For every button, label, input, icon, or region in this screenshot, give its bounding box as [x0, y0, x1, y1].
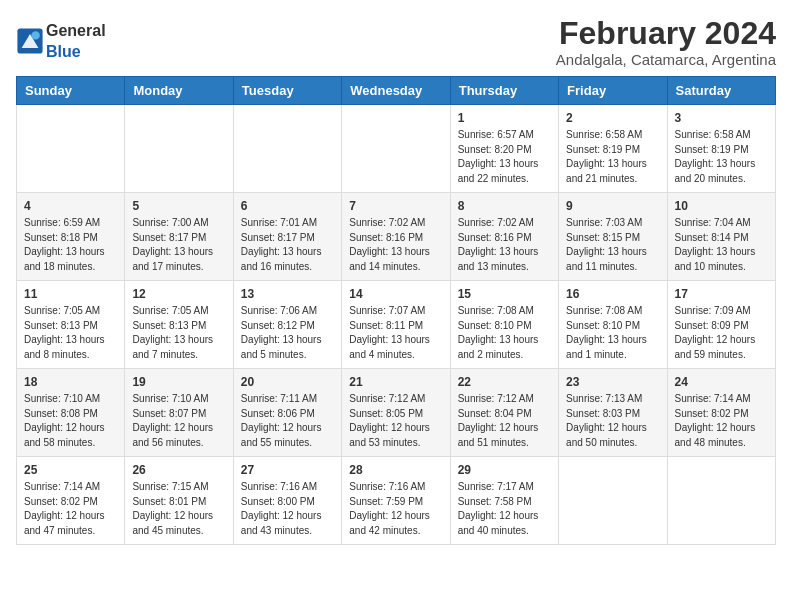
calendar-cell: 6Sunrise: 7:01 AMSunset: 8:17 PMDaylight…: [233, 193, 341, 281]
day-info: Sunrise: 6:58 AMSunset: 8:19 PMDaylight:…: [566, 128, 659, 186]
day-info: Sunrise: 7:06 AMSunset: 8:12 PMDaylight:…: [241, 304, 334, 362]
calendar-cell: 2Sunrise: 6:58 AMSunset: 8:19 PMDaylight…: [559, 105, 667, 193]
logo-blue-text: Blue: [46, 43, 81, 60]
calendar-cell: 22Sunrise: 7:12 AMSunset: 8:04 PMDayligh…: [450, 369, 558, 457]
calendar-cell: [342, 105, 450, 193]
day-number: 19: [132, 375, 225, 389]
day-info: Sunrise: 7:12 AMSunset: 8:05 PMDaylight:…: [349, 392, 442, 450]
day-number: 2: [566, 111, 659, 125]
calendar-cell: 4Sunrise: 6:59 AMSunset: 8:18 PMDaylight…: [17, 193, 125, 281]
day-number: 21: [349, 375, 442, 389]
day-number: 27: [241, 463, 334, 477]
day-info: Sunrise: 7:14 AMSunset: 8:02 PMDaylight:…: [24, 480, 117, 538]
svg-point-2: [31, 31, 39, 39]
title-block: February 2024 Andalgala, Catamarca, Arge…: [556, 16, 776, 68]
day-number: 23: [566, 375, 659, 389]
calendar-cell: 8Sunrise: 7:02 AMSunset: 8:16 PMDaylight…: [450, 193, 558, 281]
calendar-cell: [233, 105, 341, 193]
day-info: Sunrise: 7:10 AMSunset: 8:08 PMDaylight:…: [24, 392, 117, 450]
day-number: 29: [458, 463, 551, 477]
calendar-cell: [667, 457, 775, 545]
day-number: 22: [458, 375, 551, 389]
day-info: Sunrise: 7:16 AMSunset: 8:00 PMDaylight:…: [241, 480, 334, 538]
calendar-cell: 11Sunrise: 7:05 AMSunset: 8:13 PMDayligh…: [17, 281, 125, 369]
day-number: 13: [241, 287, 334, 301]
calendar-week-row: 1Sunrise: 6:57 AMSunset: 8:20 PMDaylight…: [17, 105, 776, 193]
calendar-cell: 1Sunrise: 6:57 AMSunset: 8:20 PMDaylight…: [450, 105, 558, 193]
calendar-cell: 23Sunrise: 7:13 AMSunset: 8:03 PMDayligh…: [559, 369, 667, 457]
calendar-week-row: 25Sunrise: 7:14 AMSunset: 8:02 PMDayligh…: [17, 457, 776, 545]
calendar-cell: 20Sunrise: 7:11 AMSunset: 8:06 PMDayligh…: [233, 369, 341, 457]
calendar-cell: 15Sunrise: 7:08 AMSunset: 8:10 PMDayligh…: [450, 281, 558, 369]
calendar-cell: 5Sunrise: 7:00 AMSunset: 8:17 PMDaylight…: [125, 193, 233, 281]
day-info: Sunrise: 7:15 AMSunset: 8:01 PMDaylight:…: [132, 480, 225, 538]
day-info: Sunrise: 7:00 AMSunset: 8:17 PMDaylight:…: [132, 216, 225, 274]
calendar-cell: 14Sunrise: 7:07 AMSunset: 8:11 PMDayligh…: [342, 281, 450, 369]
day-number: 20: [241, 375, 334, 389]
calendar-day-header: Monday: [125, 77, 233, 105]
day-number: 16: [566, 287, 659, 301]
calendar-week-row: 11Sunrise: 7:05 AMSunset: 8:13 PMDayligh…: [17, 281, 776, 369]
calendar-cell: 18Sunrise: 7:10 AMSunset: 8:08 PMDayligh…: [17, 369, 125, 457]
day-number: 26: [132, 463, 225, 477]
day-info: Sunrise: 7:03 AMSunset: 8:15 PMDaylight:…: [566, 216, 659, 274]
day-info: Sunrise: 7:05 AMSunset: 8:13 PMDaylight:…: [24, 304, 117, 362]
calendar-cell: 3Sunrise: 6:58 AMSunset: 8:19 PMDaylight…: [667, 105, 775, 193]
calendar-cell: 16Sunrise: 7:08 AMSunset: 8:10 PMDayligh…: [559, 281, 667, 369]
logo-icon: [16, 27, 44, 55]
calendar-header-row: SundayMondayTuesdayWednesdayThursdayFrid…: [17, 77, 776, 105]
calendar-day-header: Wednesday: [342, 77, 450, 105]
day-info: Sunrise: 7:12 AMSunset: 8:04 PMDaylight:…: [458, 392, 551, 450]
calendar-cell: 28Sunrise: 7:16 AMSunset: 7:59 PMDayligh…: [342, 457, 450, 545]
day-number: 25: [24, 463, 117, 477]
calendar-cell: 17Sunrise: 7:09 AMSunset: 8:09 PMDayligh…: [667, 281, 775, 369]
calendar-cell: [17, 105, 125, 193]
day-info: Sunrise: 7:16 AMSunset: 7:59 PMDaylight:…: [349, 480, 442, 538]
calendar-cell: 29Sunrise: 7:17 AMSunset: 7:58 PMDayligh…: [450, 457, 558, 545]
day-info: Sunrise: 7:05 AMSunset: 8:13 PMDaylight:…: [132, 304, 225, 362]
day-info: Sunrise: 7:10 AMSunset: 8:07 PMDaylight:…: [132, 392, 225, 450]
calendar-title: February 2024: [556, 16, 776, 51]
calendar-day-header: Friday: [559, 77, 667, 105]
day-info: Sunrise: 6:58 AMSunset: 8:19 PMDaylight:…: [675, 128, 768, 186]
day-number: 24: [675, 375, 768, 389]
day-info: Sunrise: 7:08 AMSunset: 8:10 PMDaylight:…: [566, 304, 659, 362]
day-number: 6: [241, 199, 334, 213]
calendar-week-row: 18Sunrise: 7:10 AMSunset: 8:08 PMDayligh…: [17, 369, 776, 457]
day-number: 1: [458, 111, 551, 125]
day-number: 12: [132, 287, 225, 301]
page-header: General Blue February 2024 Andalgala, Ca…: [16, 16, 776, 68]
calendar-cell: [559, 457, 667, 545]
calendar-day-header: Saturday: [667, 77, 775, 105]
day-number: 14: [349, 287, 442, 301]
day-info: Sunrise: 7:04 AMSunset: 8:14 PMDaylight:…: [675, 216, 768, 274]
day-info: Sunrise: 6:57 AMSunset: 8:20 PMDaylight:…: [458, 128, 551, 186]
calendar-table: SundayMondayTuesdayWednesdayThursdayFrid…: [16, 76, 776, 545]
calendar-day-header: Sunday: [17, 77, 125, 105]
calendar-cell: [125, 105, 233, 193]
day-info: Sunrise: 7:11 AMSunset: 8:06 PMDaylight:…: [241, 392, 334, 450]
logo: General Blue: [16, 20, 106, 62]
day-info: Sunrise: 7:17 AMSunset: 7:58 PMDaylight:…: [458, 480, 551, 538]
day-number: 4: [24, 199, 117, 213]
calendar-cell: 24Sunrise: 7:14 AMSunset: 8:02 PMDayligh…: [667, 369, 775, 457]
day-number: 15: [458, 287, 551, 301]
day-number: 8: [458, 199, 551, 213]
day-number: 5: [132, 199, 225, 213]
calendar-week-row: 4Sunrise: 6:59 AMSunset: 8:18 PMDaylight…: [17, 193, 776, 281]
day-number: 3: [675, 111, 768, 125]
calendar-cell: 9Sunrise: 7:03 AMSunset: 8:15 PMDaylight…: [559, 193, 667, 281]
calendar-cell: 7Sunrise: 7:02 AMSunset: 8:16 PMDaylight…: [342, 193, 450, 281]
day-info: Sunrise: 7:13 AMSunset: 8:03 PMDaylight:…: [566, 392, 659, 450]
logo-general-text: General: [46, 22, 106, 39]
calendar-cell: 19Sunrise: 7:10 AMSunset: 8:07 PMDayligh…: [125, 369, 233, 457]
calendar-cell: 13Sunrise: 7:06 AMSunset: 8:12 PMDayligh…: [233, 281, 341, 369]
day-info: Sunrise: 7:02 AMSunset: 8:16 PMDaylight:…: [349, 216, 442, 274]
day-number: 18: [24, 375, 117, 389]
day-number: 11: [24, 287, 117, 301]
day-info: Sunrise: 7:08 AMSunset: 8:10 PMDaylight:…: [458, 304, 551, 362]
day-number: 17: [675, 287, 768, 301]
calendar-cell: 12Sunrise: 7:05 AMSunset: 8:13 PMDayligh…: [125, 281, 233, 369]
calendar-cell: 26Sunrise: 7:15 AMSunset: 8:01 PMDayligh…: [125, 457, 233, 545]
calendar-cell: 27Sunrise: 7:16 AMSunset: 8:00 PMDayligh…: [233, 457, 341, 545]
